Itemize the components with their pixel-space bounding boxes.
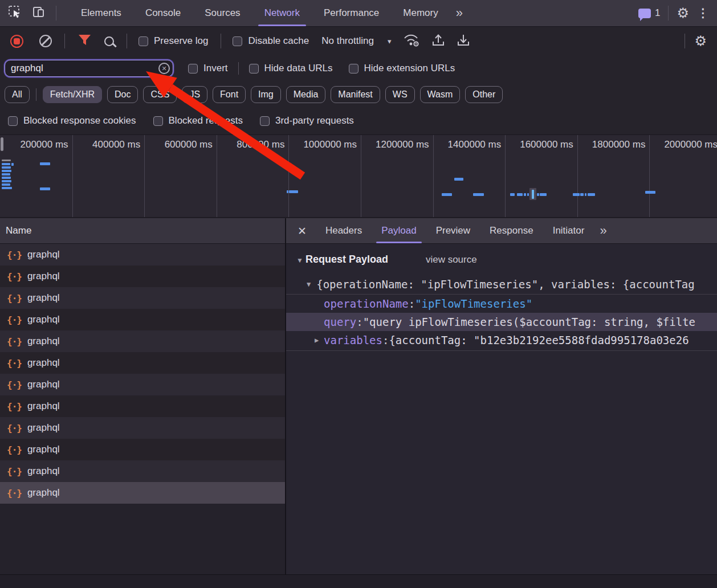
- details-tab-payload[interactable]: Payload: [372, 218, 426, 243]
- filter-input[interactable]: [5, 60, 173, 77]
- clear-filter-icon[interactable]: ✕: [158, 63, 170, 74]
- details-tab-response[interactable]: Response: [480, 218, 543, 243]
- waterfall-bar: [540, 193, 547, 196]
- details-tabs: HeadersPayloadPreviewResponseInitiator: [316, 218, 594, 243]
- section-expanded-icon[interactable]: ▼: [296, 256, 303, 264]
- filter-chip-manifest[interactable]: Manifest: [331, 86, 380, 103]
- device-toolbar-icon[interactable]: [32, 5, 46, 21]
- filter-chip-font[interactable]: Font: [213, 86, 246, 103]
- settings-icon[interactable]: ⚙: [677, 6, 689, 20]
- network-overview-timeline[interactable]: 200000 ms400000 ms600000 ms800000 ms1000…: [0, 134, 717, 218]
- filter-chip-img[interactable]: Img: [251, 86, 281, 103]
- record-network-log-button[interactable]: [10, 35, 23, 48]
- payload-preview-text: {operationName: "ipFlowTimeseries", vari…: [316, 278, 694, 291]
- name-column-header[interactable]: Name: [0, 218, 285, 244]
- waterfall-bar: [2, 173, 10, 175]
- network-conditions-icon[interactable]: [402, 32, 421, 50]
- tree-collapsed-icon[interactable]: ▶: [315, 336, 319, 344]
- menu-kebab-icon[interactable]: ⋮: [697, 6, 709, 20]
- close-icon[interactable]: ✕: [286, 224, 316, 238]
- waterfall-bar: [11, 163, 14, 166]
- chevron-down-icon: ▾: [388, 37, 392, 46]
- divider: [64, 34, 65, 48]
- tab-console[interactable]: Console: [133, 0, 193, 26]
- request-row[interactable]: {·}graphql: [0, 330, 285, 352]
- view-source-link[interactable]: view source: [426, 254, 477, 266]
- request-row[interactable]: {·}graphql: [0, 460, 285, 482]
- more-detail-tabs-icon[interactable]: »: [594, 223, 611, 238]
- hide-extension-urls-checkbox[interactable]: Hide extension URLs: [349, 63, 455, 74]
- blocked-response-cookies-label: Blocked response cookies: [23, 115, 136, 126]
- tab-sources[interactable]: Sources: [193, 0, 252, 26]
- waterfall-bar: [2, 180, 11, 182]
- tab-memory[interactable]: Memory: [391, 0, 450, 26]
- fetch-json-icon: {·}: [7, 336, 22, 347]
- filter-chip-js[interactable]: JS: [182, 86, 207, 103]
- filter-chip-wasm[interactable]: Wasm: [420, 86, 461, 103]
- blocked-response-cookies-checkbox[interactable]: Blocked response cookies: [8, 115, 136, 126]
- request-row[interactable]: {·}graphql: [0, 439, 285, 460]
- divider: [668, 6, 669, 21]
- request-row[interactable]: {·}graphql: [0, 287, 285, 309]
- request-row[interactable]: {·}graphql: [0, 244, 285, 266]
- filter-chip-doc[interactable]: Doc: [107, 86, 138, 103]
- tree-expanded-icon[interactable]: ▼: [307, 280, 311, 288]
- hide-data-urls-checkbox[interactable]: Hide data URLs: [249, 63, 333, 74]
- request-list: {·}graphql{·}graphql{·}graphql{·}graphql…: [0, 244, 285, 504]
- payload-row-variables[interactable]: ▶ variables: {accountTag: "b12e3b2192ee5…: [286, 331, 717, 349]
- preserve-log-label: Preserve log: [154, 35, 208, 47]
- waterfall-bar: [517, 193, 523, 196]
- payload-value: {accountTag: "b12e3b2192ee5588fdad995178…: [389, 334, 689, 346]
- request-row[interactable]: {·}graphql: [0, 374, 285, 395]
- filter-chip-css[interactable]: CSS: [143, 86, 177, 103]
- request-row[interactable]: {·}graphql: [0, 352, 285, 374]
- tab-network[interactable]: Network: [252, 0, 312, 26]
- request-type-filters: AllFetch/XHRDocCSSJSFontImgMediaManifest…: [0, 83, 717, 106]
- filter-chip-ws[interactable]: WS: [385, 86, 415, 103]
- waterfall-bar: [527, 193, 529, 196]
- request-row[interactable]: {·}graphql: [0, 266, 285, 287]
- request-row[interactable]: {·}graphql: [0, 395, 285, 417]
- more-tabs-icon[interactable]: »: [450, 6, 467, 21]
- filter-chip-fetchxhr[interactable]: Fetch/XHR: [43, 86, 102, 103]
- preserve-log-checkbox[interactable]: Preserve log: [138, 35, 208, 47]
- more-filters-row: Blocked response cookies Blocked request…: [0, 109, 717, 132]
- payload-value: "query ipFlowTimeseries($accountTag: str…: [363, 316, 695, 328]
- details-tab-headers[interactable]: Headers: [316, 218, 372, 243]
- divider: [286, 350, 717, 351]
- disable-cache-checkbox[interactable]: Disable cache: [233, 35, 309, 47]
- fetch-json-icon: {·}: [7, 444, 22, 455]
- waterfall-bar: [473, 193, 484, 196]
- waterfall-bar: [2, 170, 11, 172]
- clear-network-log-button[interactable]: [39, 35, 52, 47]
- blocked-requests-label: Blocked requests: [169, 115, 243, 126]
- throttling-dropdown[interactable]: No throttling ▾: [321, 35, 391, 47]
- panel-tabs: ElementsConsoleSourcesNetworkPerformance…: [69, 0, 450, 26]
- details-tab-initiator[interactable]: Initiator: [543, 218, 594, 243]
- filter-chip-other[interactable]: Other: [465, 86, 503, 103]
- payload-row-query[interactable]: query: "query ipFlowTimeseries($accountT…: [286, 313, 717, 331]
- third-party-requests-checkbox[interactable]: 3rd-party requests: [260, 115, 354, 126]
- request-row[interactable]: {·}graphql: [0, 482, 285, 504]
- filter-chip-all[interactable]: All: [5, 86, 30, 103]
- request-row[interactable]: {·}graphql: [0, 417, 285, 439]
- issues-button[interactable]: 1: [638, 7, 660, 19]
- timeline-tick-label: 1400000 ms: [435, 139, 502, 150]
- blocked-requests-checkbox[interactable]: Blocked requests: [153, 115, 243, 126]
- inspect-element-icon[interactable]: [8, 5, 22, 21]
- details-tab-preview[interactable]: Preview: [426, 218, 480, 243]
- export-har-icon[interactable]: [456, 32, 471, 50]
- fetch-json-icon: {·}: [7, 401, 22, 412]
- request-row[interactable]: {·}graphql: [0, 309, 285, 330]
- search-icon[interactable]: [104, 36, 114, 46]
- filter-chip-media[interactable]: Media: [286, 86, 326, 103]
- network-settings-icon[interactable]: ⚙: [694, 34, 707, 48]
- payload-row-operationName[interactable]: operationName: "ipFlowTimeseries": [286, 295, 717, 313]
- invert-checkbox[interactable]: Invert: [188, 63, 228, 74]
- waterfall-bar: [2, 163, 10, 165]
- filter-icon[interactable]: [78, 34, 92, 48]
- import-har-icon[interactable]: [431, 32, 446, 50]
- tab-elements[interactable]: Elements: [69, 0, 133, 26]
- divider: [56, 6, 56, 21]
- tab-performance[interactable]: Performance: [312, 0, 391, 26]
